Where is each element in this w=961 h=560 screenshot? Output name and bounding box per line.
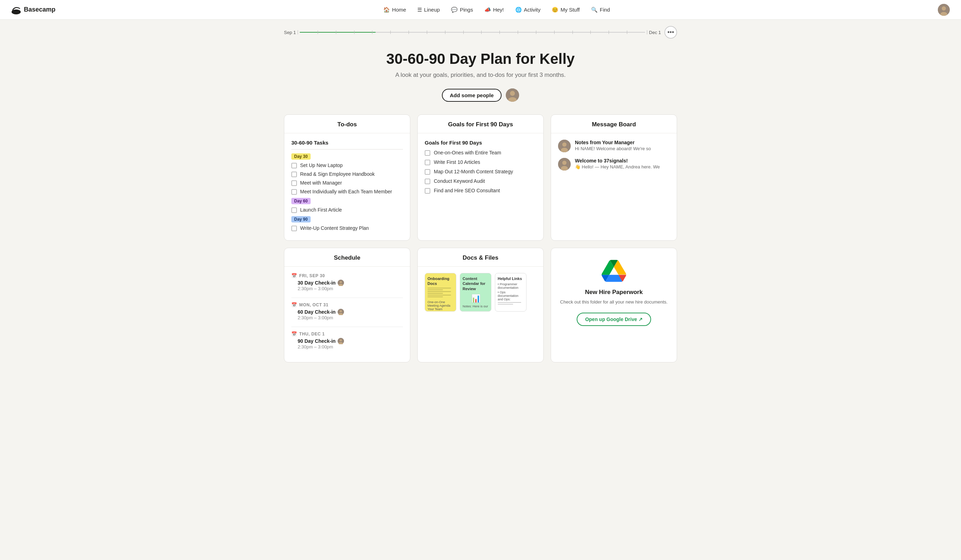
todo-checkbox[interactable] [291, 172, 297, 177]
nav-activity[interactable]: 🌐 Activity [510, 5, 546, 15]
goal-label: Write First 10 Articles [434, 159, 480, 165]
doc-item[interactable]: Helpful Links • Programmer documentation… [495, 273, 527, 313]
goal-checkbox[interactable] [425, 169, 430, 175]
nav-home[interactable]: 🏠 Home [378, 5, 411, 15]
todos-card-header: To-dos [284, 115, 410, 133]
timeline-tick [445, 30, 445, 34]
doc-subtext: Your Team [427, 307, 443, 311]
doc-title: Content Calendar for Review [463, 276, 489, 291]
messages-card-header: Message Board [551, 115, 677, 133]
todo-checkbox[interactable] [291, 226, 297, 231]
docs-grid: Onboarding Docs One-on-One Meeting Agend… [425, 273, 536, 313]
logo[interactable]: Basecamp [11, 5, 55, 15]
todo-checkbox[interactable] [291, 163, 297, 168]
todo-label: Write-Up Content Strategy Plan [300, 225, 369, 231]
timeline-tick [554, 30, 554, 34]
hey-icon: 📣 [484, 6, 491, 13]
day30-badge: Day 30 [291, 153, 311, 160]
todo-checkbox[interactable] [291, 189, 297, 195]
svg-point-11 [562, 161, 566, 165]
schedule-card: Schedule 📅 FRI, SEP 30 30 Day Check-in [284, 248, 410, 363]
message-avatar [558, 140, 571, 152]
timeline-tick [390, 30, 391, 34]
timeline-tick [408, 30, 409, 34]
logo-text: Basecamp [24, 6, 55, 13]
google-drive-icon [602, 258, 626, 283]
message-preview: 👋 Hello! — Hey NAME, Andrea here. We [575, 164, 660, 170]
goal-checkbox[interactable] [425, 150, 430, 156]
doc-line [427, 297, 443, 297]
message-item[interactable]: Notes from Your Manager Hi NAME! Welcome… [558, 140, 670, 152]
add-people-button[interactable]: Add some people [442, 89, 501, 102]
schedule-divider [291, 327, 403, 327]
todo-item: Read & Sign Employee Handbook [291, 171, 403, 177]
doc-thumbnail: Content Calendar for Review 📊 Notes: Her… [460, 273, 492, 311]
timeline-sep-end [647, 30, 647, 34]
todo-label: Launch First Article [300, 207, 342, 213]
doc-title: Onboarding Docs [427, 276, 453, 286]
todo-item: Set Up New Laptop [291, 162, 403, 168]
avatar-image [938, 4, 950, 16]
schedule-card-body: 📅 FRI, SEP 30 30 Day Check-in [284, 267, 410, 362]
goal-checkbox[interactable] [425, 178, 430, 184]
event-avatar [337, 280, 344, 286]
home-icon: 🏠 [383, 6, 390, 13]
todo-checkbox[interactable] [291, 207, 297, 213]
svg-point-2 [942, 6, 946, 11]
todo-checkbox[interactable] [291, 180, 297, 186]
nav-hey[interactable]: 📣 Hey! [479, 5, 509, 15]
calendar-icon: 📅 [291, 302, 297, 307]
message-content: Welcome to 37signals! 👋 Hello! — Hey NAM… [575, 158, 660, 170]
drive-description: Check out this folder for all your new h… [560, 298, 668, 306]
message-item[interactable]: Welcome to 37signals! 👋 Hello! — Hey NAM… [558, 158, 670, 170]
timeline-tick [572, 30, 573, 34]
open-drive-button[interactable]: Open up Google Drive ↗ [577, 313, 651, 326]
goal-label: Conduct Keyword Audit [434, 178, 485, 184]
goal-checkbox[interactable] [425, 188, 430, 194]
doc-line [427, 291, 451, 292]
timeline-ticks [300, 30, 645, 34]
nav-pings[interactable]: 💬 Pings [446, 5, 478, 15]
doc-line [498, 304, 513, 305]
basecamp-logo-icon [11, 5, 21, 15]
find-icon: 🔍 [591, 6, 598, 13]
timeline-sep-start [297, 30, 298, 34]
docs-card-header: Docs & Files [418, 248, 543, 267]
nav-find[interactable]: 🔍 Find [586, 5, 615, 15]
nav-lineup[interactable]: ☰ Lineup [412, 5, 445, 15]
schedule-event-name: 90 Day Check-in [297, 338, 403, 344]
goals-card-header: Goals for First 90 Days [418, 115, 543, 133]
doc-subtext: • Ops documentation and Ops: [498, 290, 524, 301]
doc-item[interactable]: Content Calendar for Review 📊 Notes: Her… [460, 273, 492, 313]
user-avatar[interactable] [938, 4, 950, 16]
activity-icon: 🌐 [515, 6, 522, 13]
timeline-more-button[interactable]: ••• [664, 26, 677, 39]
nav-links: 🏠 Home ☰ Lineup 💬 Pings 📣 Hey! 🌐 Activit… [378, 5, 615, 15]
goal-item: One-on-Ones with Entire Team [425, 150, 536, 156]
timeline-tick [463, 30, 464, 34]
schedule-event-name: 30 Day Check-in [297, 280, 403, 286]
svg-point-14 [340, 281, 342, 283]
doc-lines [498, 302, 524, 306]
day90-badge: Day 90 [291, 216, 311, 223]
doc-subtext: • Programmer documentation [498, 282, 524, 289]
doc-line [498, 302, 521, 303]
event-avatar [337, 338, 344, 344]
nav-mystuff[interactable]: 😊 My Stuff [547, 5, 585, 15]
goal-checkbox[interactable] [425, 160, 430, 165]
doc-line [427, 288, 451, 289]
page-title: 30-60-90 Day Plan for Kelly [284, 51, 677, 67]
hero-user-avatar[interactable] [506, 88, 519, 102]
svg-point-20 [340, 339, 342, 342]
goal-item: Write First 10 Articles [425, 159, 536, 165]
timeline-tick [318, 30, 318, 34]
message-title: Welcome to 37signals! [575, 158, 660, 164]
timeline-tick [627, 30, 627, 34]
svg-point-8 [562, 143, 566, 147]
doc-item[interactable]: Onboarding Docs One-on-One Meeting Agend… [425, 273, 456, 313]
goals-section-title: Goals for First 90 Days [425, 140, 536, 146]
doc-lines [427, 288, 453, 298]
page-subtitle: A look at your goals, priorities, and to… [284, 72, 677, 79]
schedule-date: 📅 MON, OCT 31 [291, 302, 403, 307]
drive-btn-label: Open up Google Drive ↗ [585, 316, 643, 322]
